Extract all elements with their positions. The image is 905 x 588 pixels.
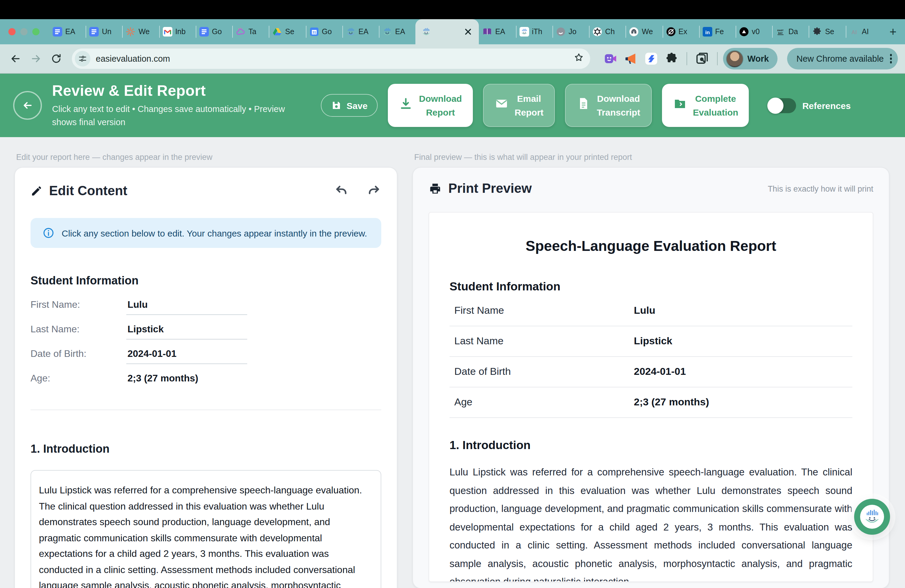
- browser-tab[interactable]: v0: [736, 19, 772, 44]
- docs-icon: [53, 27, 62, 37]
- extensions-puzzle-icon[interactable]: [664, 51, 678, 66]
- megaphone-extension-icon[interactable]: [623, 51, 638, 66]
- editor-caption: Edit your report here — changes appear i…: [16, 153, 397, 162]
- tab-title: AI: [862, 27, 869, 36]
- url-text[interactable]: easievaluation.com: [96, 54, 568, 64]
- references-toggle[interactable]: [769, 98, 796, 113]
- app-header: Review & Edit Report Click any text to e…: [0, 74, 905, 137]
- docs-icon: [89, 27, 99, 37]
- tab-title: Go: [212, 27, 222, 36]
- browser-tab[interactable]: EASTBAYDa: [772, 19, 809, 44]
- browser-tab[interactable]: inFe: [699, 19, 736, 44]
- pencil-icon: [30, 185, 43, 197]
- preview-panel-title: Print Preview: [448, 181, 532, 196]
- complete-evaluation-button[interactable]: CompleteEvaluation: [662, 84, 749, 127]
- download-icon: [399, 96, 413, 114]
- browser-tab[interactable]: Se: [269, 19, 306, 44]
- browser-tab-active[interactable]: [416, 19, 479, 44]
- print-preview-panel: Print Preview This is exactly how it wil…: [413, 167, 889, 588]
- chrome-update-button[interactable]: New Chrome available: [787, 48, 898, 70]
- blue-square-extension-icon[interactable]: [644, 51, 658, 66]
- download-transcript-button[interactable]: DownloadTranscript: [565, 84, 651, 127]
- docs-icon: [199, 27, 209, 37]
- close-tab-icon[interactable]: [464, 27, 473, 37]
- browser-tab[interactable]: 31Go: [306, 19, 342, 44]
- info-banner: Click any section below to edit. Your ch…: [30, 218, 381, 248]
- profile-chip[interactable]: Work: [723, 48, 777, 70]
- back-icon[interactable]: [7, 50, 24, 67]
- redo-icon[interactable]: [367, 184, 381, 198]
- browser-tab[interactable]: iTh: [516, 19, 552, 44]
- browser-tab[interactable]: EA: [342, 19, 379, 44]
- tab-title: EA: [395, 27, 405, 36]
- email-report-button[interactable]: EmailReport: [483, 84, 555, 127]
- extensions-area: [603, 51, 719, 66]
- new-tab-button[interactable]: +: [884, 23, 902, 40]
- save-button[interactable]: Save: [321, 94, 378, 117]
- circle-gray-icon: [556, 27, 566, 37]
- student-field-label: First Name:: [30, 299, 126, 310]
- student-field-value[interactable]: 2024-01-01: [126, 348, 247, 364]
- browser-tab[interactable]: Go: [196, 19, 232, 44]
- gear-icon: [813, 27, 822, 37]
- browser-tab[interactable]: EA: [49, 19, 86, 44]
- avatar: [726, 50, 743, 67]
- student-field-value[interactable]: Lulu: [126, 299, 247, 315]
- forward-icon[interactable]: [27, 50, 44, 67]
- edit-panel-title: Edit Content: [49, 183, 127, 199]
- browser-tab[interactable]: EA: [479, 19, 516, 44]
- black-slash-icon: [666, 27, 675, 37]
- introduction-editor[interactable]: Lulu Lipstick was referred for a compreh…: [30, 470, 381, 588]
- undo-icon[interactable]: [334, 184, 348, 198]
- site-settings-icon[interactable]: [75, 51, 90, 67]
- browser-tab[interactable]: Ta: [232, 19, 269, 44]
- cloud-icon: [236, 27, 245, 37]
- macbook-screen: EAUnWeInbGoTaSe31GoEAEAEAiThJoChWeExinFe…: [0, 0, 905, 588]
- browser-tab-strip: EAUnWeInbGoTaSe31GoEAEAEAiThJoChWeExinFe…: [0, 19, 905, 44]
- zoom-window-button[interactable]: [32, 28, 40, 35]
- browser-tab[interactable]: Un: [86, 19, 122, 44]
- gmail-icon: [162, 27, 172, 37]
- browser-tab[interactable]: EA: [379, 19, 415, 44]
- close-window-button[interactable]: [8, 28, 16, 35]
- assistant-fab-button[interactable]: [854, 499, 890, 535]
- report-row-label: Date of Birth: [454, 366, 634, 378]
- save-label: Save: [346, 100, 367, 110]
- minimize-window-button[interactable]: [21, 28, 27, 35]
- browser-tab[interactable]: We: [626, 19, 662, 44]
- tab-search-icon[interactable]: [695, 51, 709, 66]
- video-extension-icon[interactable]: [603, 51, 618, 66]
- report-row-value: 2;3 (27 months): [634, 396, 709, 408]
- tab-title: Jo: [568, 27, 576, 36]
- toggle-knob[interactable]: [768, 97, 784, 113]
- action-button-label: CompleteEvaluation: [693, 92, 738, 119]
- page-subtitle: Click any text to edit • Changes save au…: [52, 103, 310, 129]
- tab-title: Fe: [715, 27, 724, 36]
- tab-title: Da: [788, 27, 798, 36]
- browser-tab[interactable]: AIAI: [845, 19, 882, 44]
- browser-tab[interactable]: Inb: [159, 19, 195, 44]
- main-content: Edit your report here — changes appear i…: [0, 137, 905, 588]
- reload-icon[interactable]: [48, 50, 65, 67]
- easievaluation-logo-icon: [860, 505, 884, 529]
- browser-tab[interactable]: Ex: [662, 19, 699, 44]
- email-icon: [494, 96, 508, 114]
- bookmark-star-icon[interactable]: [573, 52, 584, 65]
- tab-title: Go: [322, 27, 332, 36]
- browser-tab[interactable]: Jo: [553, 19, 589, 44]
- browser-toolbar: easievaluation.com: [0, 44, 905, 74]
- printer-icon: [429, 182, 442, 195]
- download-report-button[interactable]: DownloadReport: [388, 84, 473, 127]
- browser-tab[interactable]: We: [122, 19, 159, 44]
- menu-kebab-icon[interactable]: [890, 54, 892, 64]
- notch-bar: [0, 0, 905, 19]
- back-button[interactable]: [13, 91, 42, 120]
- address-bar[interactable]: easievaluation.com: [72, 49, 590, 69]
- preview-caption: Final preview — this is what will appear…: [414, 153, 889, 162]
- student-field-value[interactable]: Lipstick: [126, 324, 247, 340]
- calendar-icon: 31: [309, 27, 319, 37]
- browser-tab[interactable]: Se: [809, 19, 845, 44]
- browser-tab[interactable]: Ch: [589, 19, 626, 44]
- student-field-label: Age:: [30, 373, 126, 384]
- white-face-icon: [519, 27, 529, 37]
